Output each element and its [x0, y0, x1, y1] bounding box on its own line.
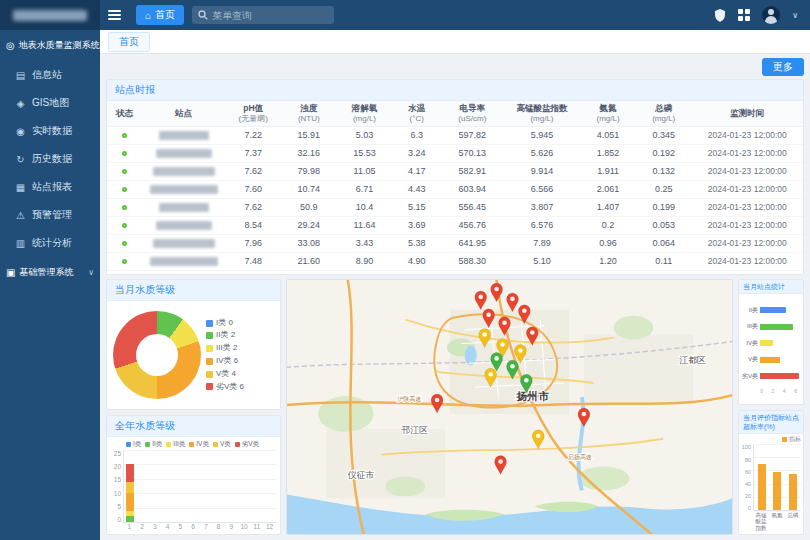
- sidebar-menu: ▤信息站◈GIS地图◉实时数据↻历史数据▦站点报表⚠预警管理▥统计分析: [0, 61, 100, 257]
- map-icon: ◈: [15, 98, 26, 109]
- donut-chart[interactable]: [113, 311, 201, 399]
- stacked-bar-chart[interactable]: 2520151050: [109, 450, 276, 523]
- sidebar-collapse-icon[interactable]: [100, 10, 128, 20]
- sidebar-item-统计分析[interactable]: ▥统计分析: [0, 229, 100, 257]
- table-row[interactable]: 7.3732.1615.533.24570.135.6261.8520.1922…: [107, 144, 803, 162]
- gis-map-panel[interactable]: 扬州市江都区邗江区仪征市沪陕高速启扬高速: [286, 279, 733, 535]
- y-tick: 0: [741, 505, 751, 511]
- legend-label: 劣V类 6: [216, 381, 244, 394]
- monitor-time-cell: 2024-01-23 12:00:00: [692, 144, 803, 162]
- value-cell: 11.64: [337, 216, 393, 234]
- table-row[interactable]: 8.5429.2411.643.69456.766.5760.20.053202…: [107, 216, 803, 234]
- column-header-状态: 状态: [107, 101, 142, 126]
- value-cell: 4.43: [392, 180, 441, 198]
- value-cell: 0.192: [636, 144, 692, 162]
- station-report-panel: 站点时报 状态站点pH值(无量纲)浊度(NTU)溶解氧(mg/L)水温(°C)电…: [106, 79, 804, 275]
- y-tick: 0: [109, 516, 121, 523]
- value-cell: 6.3: [392, 126, 441, 144]
- shield-icon[interactable]: [714, 9, 726, 22]
- y-tick: 40: [741, 481, 751, 487]
- value-cell: 10.74: [281, 180, 337, 198]
- x-tick: 0: [760, 388, 763, 394]
- value-cell: 3.807: [504, 198, 581, 216]
- hbar-track: [760, 373, 799, 379]
- table-row[interactable]: 7.9633.083.435.38641.957.890.960.0642024…: [107, 234, 803, 252]
- legend-item: 劣V类 6: [206, 381, 244, 394]
- column-unit: (mg/L): [505, 114, 580, 124]
- gis-map[interactable]: 扬州市江都区邗江区仪征市沪陕高速启扬高速: [287, 280, 732, 534]
- value-cell: 10.4: [337, 198, 393, 216]
- bar-month-8: [215, 450, 223, 522]
- table-row[interactable]: 7.6250.910.45.15556.453.8071.4070.199202…: [107, 198, 803, 216]
- column-header-pH值: pH值(无量纲): [225, 101, 281, 126]
- y-tick: 5: [109, 503, 121, 510]
- y-tick: 20: [109, 463, 121, 470]
- table-row[interactable]: 7.6010.746.714.43603.946.5662.0610.25202…: [107, 180, 803, 198]
- legend-swatch: [235, 442, 240, 447]
- status-cell: [107, 162, 142, 180]
- sidebar-item-站点报表[interactable]: ▦站点报表: [0, 173, 100, 201]
- panel-title-month-station-stats: 当月站点统计: [739, 280, 803, 294]
- legend-item: V类: [213, 440, 231, 449]
- monitor-time-cell: 2024-01-23 12:00:00: [692, 234, 803, 252]
- hbar-row: 劣V类: [741, 372, 799, 381]
- sidebar-item-预警管理[interactable]: ⚠预警管理: [0, 201, 100, 229]
- y-axis-labels: 2520151050: [109, 450, 123, 523]
- table-row[interactable]: 7.6279.9811.054.17582.919.9141.9110.1322…: [107, 162, 803, 180]
- menu-search-input[interactable]: [212, 10, 324, 21]
- chevron-down-icon[interactable]: ∨: [792, 11, 798, 20]
- value-cell: 1.407: [580, 198, 636, 216]
- logo-area[interactable]: [0, 0, 100, 30]
- table-row[interactable]: 7.2215.915.036.3597.825.9454.0510.345202…: [107, 126, 803, 144]
- stacked-bars: [123, 450, 276, 523]
- vbar-legend: 指标: [741, 435, 801, 444]
- station-table-header-row: 状态站点pH值(无量纲)浊度(NTU)溶解氧(mg/L)水温(°C)电导率(uS…: [107, 101, 803, 126]
- column-unit: (mg/L): [338, 114, 392, 124]
- value-cell: 0.345: [636, 126, 692, 144]
- station-cell: [142, 234, 226, 252]
- hbar-row: II类: [741, 306, 799, 315]
- value-cell: 7.89: [504, 234, 581, 252]
- map-label-扬州市: 扬州市: [515, 390, 549, 402]
- apps-grid-icon[interactable]: [738, 9, 750, 21]
- bar-month-10: [240, 450, 248, 522]
- x-tick: 6: [187, 523, 200, 532]
- sidebar-item-label: 历史数据: [32, 152, 72, 166]
- sidebar-item-base-system[interactable]: ▣ 基础管理系统 ∨: [0, 257, 100, 288]
- legend-label: II类 2: [216, 329, 235, 342]
- map-label-江都区: 江都区: [679, 355, 706, 365]
- status-dot-normal: [122, 151, 127, 156]
- history-icon: ↻: [15, 154, 26, 165]
- user-avatar[interactable]: [762, 6, 780, 24]
- sidebar-item-实时数据[interactable]: ◉实时数据: [0, 117, 100, 145]
- hbar-chart[interactable]: II类III类IV类V类劣V类0246: [739, 294, 803, 403]
- map-base: [287, 280, 732, 534]
- hbar-track: [760, 307, 799, 313]
- stacked-legend: I类II类III类IV类V类劣V类: [109, 439, 276, 450]
- table-row[interactable]: 7.4821.608.904.90588.305.101.200.112024-…: [107, 252, 803, 270]
- bar-month-6: [190, 450, 198, 522]
- menu-search[interactable]: [192, 6, 334, 24]
- legend-swatch: [145, 442, 150, 447]
- sidebar-item-信息站[interactable]: ▤信息站: [0, 61, 100, 89]
- legend-swatch: [782, 437, 787, 442]
- home-nav-button[interactable]: ⌂ 首页: [136, 5, 184, 25]
- year-grade-chart-body: I类II类III类IV类V类劣V类 2520151050 12345678910…: [107, 437, 280, 534]
- vbar-chart[interactable]: 指标 100806040200 高锰酸盐指数氨氮总磷: [739, 434, 803, 534]
- x-tick: 6: [794, 388, 797, 394]
- sidebar-item-GIS地图[interactable]: ◈GIS地图: [0, 89, 100, 117]
- sidebar-root-item[interactable]: ◎ 地表水质量监测系统 ∧: [0, 30, 100, 61]
- x-tick: 2: [136, 523, 149, 532]
- more-button[interactable]: 更多: [762, 58, 804, 76]
- tab-home[interactable]: 首页: [108, 32, 150, 52]
- header-icon-group: ∨: [714, 6, 810, 24]
- value-cell: 32.16: [281, 144, 337, 162]
- content-toolbar: 更多: [106, 57, 804, 77]
- x-tick: 3: [149, 523, 162, 532]
- station-name-blurred: [150, 257, 218, 266]
- legend-label: I类: [133, 440, 141, 449]
- column-header-总磷: 总磷(mg/L): [636, 101, 692, 126]
- sidebar-item-历史数据[interactable]: ↻历史数据: [0, 145, 100, 173]
- status-dot-normal: [122, 259, 127, 264]
- value-cell: 4.051: [580, 126, 636, 144]
